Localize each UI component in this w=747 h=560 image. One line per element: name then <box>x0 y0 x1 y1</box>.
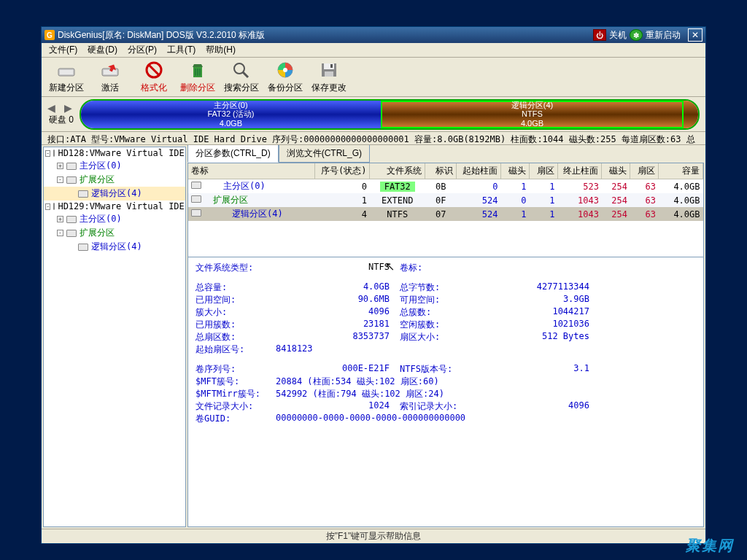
tool-label: 格式化 <box>141 82 167 94</box>
expand-icon[interactable]: - <box>45 203 50 210</box>
tree-label: 逻辑分区(4) <box>91 187 142 200</box>
menu-file[interactable]: 文件(F) <box>44 43 82 57</box>
tree-node[interactable]: -扩展分区 <box>44 226 185 240</box>
svg-line-5 <box>149 65 159 75</box>
detail-value: 4.0GB <box>276 281 400 294</box>
detail-label: 文件记录大小: <box>196 400 276 413</box>
disk-tree[interactable]: -HD128:VMware Virtual IDE H+主分区(0)-扩展分区逻… <box>43 147 186 527</box>
tool-format[interactable]: 格式化 <box>135 60 173 94</box>
detail-value: 1044217 <box>480 306 589 319</box>
expand-icon[interactable]: - <box>57 176 63 183</box>
grid-header[interactable]: 磁头 <box>500 163 529 179</box>
detail-value: 512 Bytes <box>480 331 589 343</box>
svg-rect-17 <box>330 64 333 68</box>
grid-header[interactable]: 卷标 <box>188 163 314 179</box>
tool-label: 新建分区 <box>49 82 84 94</box>
restart-icon[interactable]: ✽ <box>630 29 643 41</box>
tree-node[interactable]: +主分区(0) <box>44 159 185 173</box>
tree-node[interactable]: -HD129:VMware Virtual IDE H <box>44 201 185 212</box>
tool-delete[interactable]: 删除分区 <box>179 60 217 94</box>
partition-icon <box>191 209 201 217</box>
detail-label: 簇大小: <box>196 306 276 319</box>
detail-value: NTFS <box>276 262 400 274</box>
menu-tools[interactable]: 工具(T) <box>163 43 200 57</box>
tree-node[interactable]: -HD128:VMware Virtual IDE H <box>44 147 185 159</box>
detail-label: 索引记录大小: <box>400 400 480 413</box>
detail-label: 空闲簇数: <box>400 319 480 331</box>
detail-value: 1021036 <box>480 319 589 331</box>
grid-row[interactable]: 逻辑分区(4)4NTFS07524111043254634.0GB <box>188 207 703 221</box>
tab-browse-files[interactable]: 浏览文件(CTRL_G) <box>279 145 370 163</box>
tool-search[interactable]: 搜索分区 <box>222 60 260 94</box>
detail-label: 扇区大小: <box>400 331 480 343</box>
restart-label[interactable]: 重新启动 <box>646 29 681 42</box>
tool-label: 搜索分区 <box>224 82 259 94</box>
tool-save[interactable]: 保存更改 <box>310 60 348 94</box>
partition-icon <box>191 195 201 203</box>
detail-value: 000E-E21F <box>276 363 400 376</box>
nav-arrows[interactable]: ◀ ▶ <box>47 102 75 114</box>
grid-header[interactable]: 磁头 <box>602 163 630 179</box>
svg-point-13 <box>283 68 287 72</box>
grid-header[interactable]: 文件系统 <box>370 163 425 179</box>
disk-icon <box>53 149 55 157</box>
tab-partition-params[interactable]: 分区参数(CTRL_D) <box>187 145 279 163</box>
tree-node[interactable]: 逻辑分区(4) <box>44 240 185 254</box>
grid-row[interactable]: 主分区(0)0FAT320B011523254634.0GB <box>188 179 703 194</box>
detail-value: 8353737 <box>276 331 400 343</box>
tool-new[interactable]: 新建分区 <box>47 60 85 94</box>
partition-cylinder[interactable]: 主分区(0) FAT32 (活动) 4.0GB 逻辑分区(4) NTFS 4.0… <box>80 99 700 130</box>
tree-node[interactable]: +主分区(0) <box>44 212 185 226</box>
detail-value: 00000000-0000-0000-0000-000000000000 <box>276 413 476 425</box>
grid-header[interactable]: 容量 <box>659 163 703 179</box>
menu-partition[interactable]: 分区(P) <box>123 43 161 57</box>
partition-icon <box>66 230 77 237</box>
tool-backup[interactable]: 备份分区 <box>266 60 304 94</box>
svg-rect-16 <box>325 71 333 77</box>
toolbar: 新建分区激活格式化删除分区搜索分区备份分区保存更改 <box>42 58 705 97</box>
expand-icon[interactable]: - <box>57 230 63 236</box>
grid-header[interactable]: 起始柱面 <box>457 163 501 179</box>
partition-icon <box>66 163 77 170</box>
grid-header[interactable]: 序号(状态) <box>314 163 370 179</box>
tree-label: HD128:VMware Virtual IDE H <box>58 148 186 158</box>
tool-activate[interactable]: 激活 <box>91 60 129 94</box>
detail-label: 文件系统类型: <box>196 262 276 274</box>
activate-icon <box>99 60 121 80</box>
detail-label: 总字节数: <box>400 281 480 294</box>
grid-header[interactable]: 终止柱面 <box>557 163 602 179</box>
shutdown-icon[interactable]: ⏻ <box>593 29 606 41</box>
watermark: 聚集网 <box>686 536 734 556</box>
menu-disk[interactable]: 硬盘(D) <box>83 43 122 57</box>
tree-node[interactable]: 逻辑分区(4) <box>44 187 185 201</box>
expand-icon[interactable]: + <box>57 163 63 169</box>
shutdown-label[interactable]: 关机 <box>609 29 627 42</box>
tree-label: HD129:VMware Virtual IDE H <box>58 201 186 211</box>
svg-rect-1 <box>60 70 73 74</box>
tabs: 分区参数(CTRL_D) 浏览文件(CTRL_G) <box>187 147 704 163</box>
detail-label: 卷GUID: <box>196 413 276 425</box>
detail-label: 已用空间: <box>196 294 276 306</box>
detail-value: 1024 <box>276 400 400 413</box>
primary-partition-block[interactable]: 主分区(0) FAT32 (活动) 4.0GB <box>81 101 381 128</box>
work-area: -HD128:VMware Virtual IDE H+主分区(0)-扩展分区逻… <box>42 145 705 529</box>
detail-value: 3.9GB <box>480 294 589 306</box>
detail-value: 20884 (柱面:534 磁头:102 扇区:60) <box>276 376 449 388</box>
tree-label: 扩展分区 <box>80 227 115 239</box>
logical-partition-block[interactable]: 逻辑分区(4) NTFS 4.0GB <box>381 101 684 128</box>
tree-label: 逻辑分区(4) <box>91 241 142 253</box>
close-icon[interactable]: ✕ <box>688 28 703 42</box>
partition-icon <box>78 244 88 251</box>
grid-header[interactable]: 扇区 <box>529 163 557 179</box>
expand-icon[interactable]: - <box>45 150 50 157</box>
titlebar: G DiskGenius[原名: DiskMan] DOS版 V3.2.2010… <box>42 27 705 43</box>
svg-point-10 <box>234 63 244 74</box>
partition-grid[interactable]: 卷标序号(状态)文件系统标识起始柱面磁头扇区终止柱面磁头扇区容量主分区(0)0F… <box>187 163 704 257</box>
grid-header[interactable]: 扇区 <box>630 163 659 179</box>
grid-header[interactable]: 标识 <box>425 163 457 179</box>
tree-node[interactable]: -扩展分区 <box>44 173 185 187</box>
menu-help[interactable]: 帮助(H) <box>201 43 240 57</box>
expand-icon[interactable]: + <box>57 216 63 222</box>
grid-row[interactable]: 扩展分区1EXTEND0F524011043254634.0GB <box>188 193 703 207</box>
detail-label: 已用簇数: <box>196 319 276 331</box>
